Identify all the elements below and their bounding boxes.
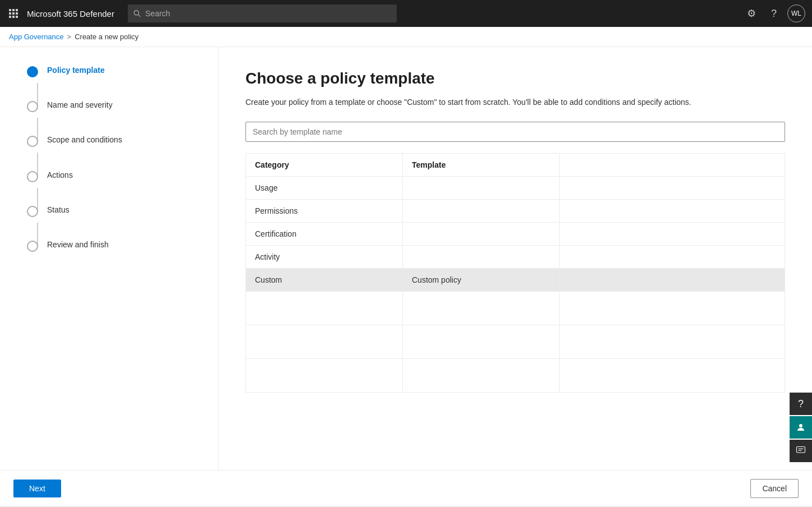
col-header-category: Category [246,154,403,177]
step-label-5: Status [47,205,69,239]
step-label-1: Policy template [47,65,105,100]
step-item-name-severity[interactable]: Name and severity [27,100,218,135]
category-row-activity[interactable]: Activity [246,246,785,269]
extra-cell-5 [560,269,785,292]
template-table: Category Template Usage Permissions C [245,153,785,393]
grid-icon[interactable] [7,7,20,20]
template-cell-custom-policy[interactable]: Custom policy [403,269,560,292]
svg-point-11 [799,424,802,427]
help-icon[interactable]: ? [765,4,783,22]
breadcrumb-current: Create a new policy [75,33,138,41]
step-item-policy-template[interactable]: Policy template [27,65,218,100]
content-area: Choose a policy template Create your pol… [219,47,812,470]
template-cell-3 [403,223,560,246]
avatar[interactable]: WL [787,4,805,22]
svg-rect-7 [12,16,15,18]
search-input[interactable] [145,9,391,18]
col-header-template: Template [403,154,560,177]
main-layout: Policy template Name and severity Scope … [0,47,812,470]
svg-rect-1 [12,9,15,11]
table-header-row: Category Template [246,154,785,177]
page-title: Choose a policy template [245,70,785,87]
category-row-usage[interactable]: Usage [246,177,785,200]
template-cell-1 [403,177,560,200]
template-cell-4 [403,246,560,269]
category-cell-activity[interactable]: Activity [246,246,403,269]
step-item-scope-conditions[interactable]: Scope and conditions [27,135,218,169]
step-circle-5 [27,206,38,217]
extra-cell-4 [560,246,785,269]
search-bar[interactable] [128,4,397,22]
category-row-certification[interactable]: Certification [246,223,785,246]
bottom-bar: Next Cancel [0,470,812,506]
empty-row-3 [246,359,785,393]
category-cell-custom[interactable]: Custom [246,269,403,292]
svg-line-10 [138,15,141,17]
svg-point-9 [134,11,138,15]
step-circle-6 [27,241,38,252]
next-button[interactable]: Next [13,480,61,497]
step-label-6: Review and finish [47,239,109,250]
settings-icon[interactable]: ⚙ [743,4,760,22]
topnav-right: ⚙ ? WL [743,4,805,22]
feedback-icon[interactable]: ? [790,393,812,415]
step-list: Policy template Name and severity Scope … [0,65,218,252]
profile-icon[interactable] [790,416,812,439]
topnav: Microsoft 365 Defender ⚙ ? WL [0,0,812,27]
step-label-4: Actions [47,170,73,205]
svg-rect-6 [9,16,11,18]
step-circle-4 [27,171,38,182]
svg-rect-0 [9,9,11,11]
category-cell-usage[interactable]: Usage [246,177,403,200]
chat-icon[interactable] [790,440,812,462]
step-item-actions[interactable]: Actions [27,170,218,205]
svg-rect-3 [9,12,11,15]
stepper-panel: Policy template Name and severity Scope … [0,47,219,470]
template-cell-2 [403,200,560,223]
step-label-2: Name and severity [47,100,113,135]
page-description: Create your policy from a template or ch… [245,96,785,108]
step-circle-3 [27,136,38,147]
app-title: Microsoft 365 Defender [27,9,114,19]
svg-rect-5 [16,12,18,15]
breadcrumb: App Governance > Create a new policy [0,27,812,47]
empty-row-1 [246,292,785,325]
category-cell-certification[interactable]: Certification [246,223,403,246]
step-label-3: Scope and conditions [47,135,122,169]
cancel-button[interactable]: Cancel [750,479,799,498]
col-header-extra [560,154,785,177]
right-floating-panel: ? [790,393,812,462]
svg-rect-2 [16,9,18,11]
breadcrumb-separator: > [67,33,72,41]
svg-rect-8 [16,16,18,18]
svg-rect-4 [12,12,15,15]
extra-cell-2 [560,200,785,223]
template-search-input[interactable] [245,122,785,142]
step-item-status[interactable]: Status [27,205,218,239]
svg-rect-12 [797,447,805,453]
step-circle-1 [27,66,38,77]
breadcrumb-parent[interactable]: App Governance [9,33,64,41]
empty-row-2 [246,325,785,359]
category-row-custom[interactable]: Custom Custom policy [246,269,785,292]
extra-cell-3 [560,223,785,246]
step-circle-2 [27,101,38,112]
category-cell-permissions[interactable]: Permissions [246,200,403,223]
extra-cell-1 [560,177,785,200]
category-row-permissions[interactable]: Permissions [246,200,785,223]
step-item-review-finish[interactable]: Review and finish [27,239,218,252]
